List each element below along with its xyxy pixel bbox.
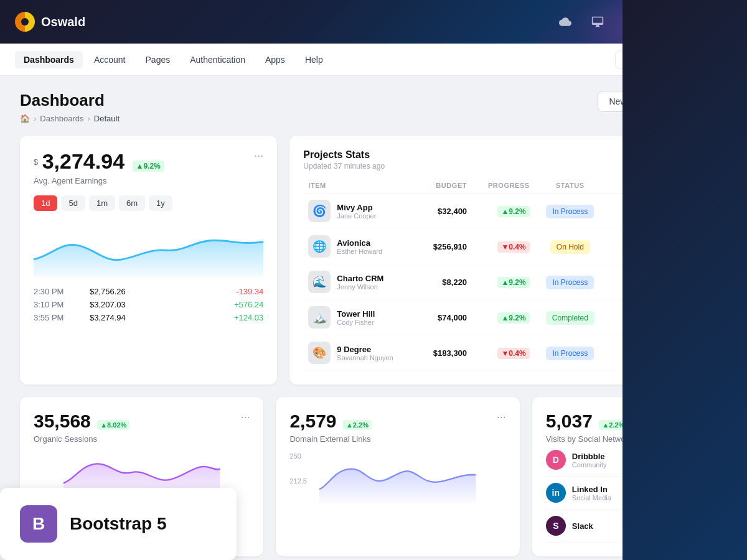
filter-1y[interactable]: 1y xyxy=(149,195,172,211)
nav-help[interactable]: Help xyxy=(296,51,332,68)
view-arrow-button[interactable]: → xyxy=(684,239,698,254)
time-1: 2:30 PM xyxy=(34,287,77,296)
domain-chart xyxy=(289,454,505,503)
nav-apps[interactable]: Apps xyxy=(256,51,294,68)
earnings-row-2: 3:10 PM $3,207.03 +576.24 xyxy=(34,300,263,309)
social-icon-2: S xyxy=(546,516,566,536)
organic-badge: ▲8.02% xyxy=(97,420,129,430)
social-icon-1: in xyxy=(546,483,566,503)
social-name-2: Slack xyxy=(572,521,593,531)
projects-card: Projects Stats Updated 37 minutes ago Hi… xyxy=(289,136,727,385)
nav-authentication[interactable]: Authentication xyxy=(181,51,254,68)
social-amount: 5,037 xyxy=(546,411,593,431)
topbar-right: + Invite xyxy=(554,11,732,33)
app-title: Oswald xyxy=(41,15,85,29)
social-name-0: Dribbble xyxy=(572,452,607,461)
social-label: Visits by Social Networks xyxy=(546,434,636,444)
projects-title: Projects Stats xyxy=(303,149,385,161)
breadcrumb-default: Default xyxy=(94,114,120,123)
social-change-2: ▲0.2% xyxy=(685,521,713,531)
monitor-icon[interactable] xyxy=(586,11,609,33)
change-1: -139.34 xyxy=(236,287,263,296)
page-actions: New Project Reports xyxy=(598,91,728,112)
filter-1d[interactable]: 1d xyxy=(34,195,57,211)
table-row: 🌊 Charto CRM Jenny Wilson $8,220 ▲9.2% I… xyxy=(303,264,713,300)
earnings-chart xyxy=(34,221,263,277)
projects-updated: Updated 37 minutes ago xyxy=(303,162,385,170)
breadcrumb-dashboards[interactable]: Dashboards xyxy=(40,114,83,123)
social-icon-0: D xyxy=(546,450,566,470)
social-count-0: 579 xyxy=(665,455,680,465)
col-chart: CHART xyxy=(606,178,679,194)
val-3: $3,274.94 xyxy=(90,313,126,322)
social-type-0: Community xyxy=(572,461,607,469)
new-project-button[interactable]: New Project xyxy=(598,91,668,112)
cloud-icon[interactable] xyxy=(554,11,576,33)
social-menu[interactable]: ··· xyxy=(704,411,713,424)
search-input[interactable] xyxy=(637,55,724,65)
search-icon xyxy=(623,55,632,64)
domain-label: Domain External Links xyxy=(289,434,372,444)
social-type-1: Social Media xyxy=(572,494,611,502)
page-header: Dashboard 🏠 › Dashboards › Default New P… xyxy=(20,91,727,123)
time-filters: 1d 5d 1m 6m 1y xyxy=(34,195,263,211)
view-arrow-button[interactable]: → xyxy=(684,310,698,325)
domain-amount: 2,579 xyxy=(289,411,336,431)
earnings-row-1: 2:30 PM $2,756.26 -139.34 xyxy=(34,287,263,296)
domain-badge: ▲2.2% xyxy=(343,420,372,430)
organic-amount: 35,568 xyxy=(34,411,91,431)
nav-pages[interactable]: Pages xyxy=(137,51,179,68)
social-card: 5,037 ▲2.2% Visits by Social Networks ··… xyxy=(532,397,727,556)
logo-icon xyxy=(15,12,35,32)
time-3: 3:55 PM xyxy=(34,313,77,322)
social-row: D Dribbble Community 579 ▲2.6% xyxy=(546,444,713,477)
col-progress: PROGRESS xyxy=(472,178,535,194)
earnings-row-3: 3:55 PM $3,274.94 +124.03 xyxy=(34,313,263,322)
earnings-badge: ▲9.2% xyxy=(133,161,164,172)
domain-card: 2,579 ▲2.2% Domain External Links ··· 25… xyxy=(276,397,519,556)
social-name-1: Linked In xyxy=(572,485,611,494)
view-arrow-button[interactable]: → xyxy=(684,274,698,289)
page-title: Dashboard xyxy=(20,91,120,110)
reports-button[interactable]: Reports xyxy=(674,91,727,112)
share-icon[interactable] xyxy=(619,11,641,33)
time-2: 3:10 PM xyxy=(34,300,77,309)
view-arrow-button[interactable]: → xyxy=(684,203,698,218)
filter-1m[interactable]: 1m xyxy=(89,195,115,211)
social-count-1: 1,088 xyxy=(658,488,680,498)
social-networks-list: D Dribbble Community 579 ▲2.6% in Linked… xyxy=(546,444,713,543)
organic-label: Organic Sessions xyxy=(34,434,129,444)
val-2: $3,207.03 xyxy=(90,300,126,309)
table-row: 🏔️ Tower Hill Cody Fisher $74,000 ▲9.2% … xyxy=(303,300,713,335)
change-3: +124.03 xyxy=(234,313,263,322)
col-item: ITEM xyxy=(303,178,418,194)
bootstrap-icon: B xyxy=(20,505,57,543)
topbar: Oswald + Invite xyxy=(0,0,747,44)
organic-menu[interactable]: ··· xyxy=(240,411,250,424)
home-icon: 🏠 xyxy=(20,114,30,123)
projects-table: ITEM BUDGET PROGRESS STATUS CHART VIEW 🌀… xyxy=(303,178,713,371)
view-arrow-button[interactable]: → xyxy=(684,345,698,360)
domain-menu[interactable]: ··· xyxy=(497,411,506,424)
change-2: +576.24 xyxy=(234,300,263,309)
nav-dashboards[interactable]: Dashboards xyxy=(15,51,83,68)
table-row: 🌐 Avionica Esther Howard $256,910 ▼0.4% … xyxy=(303,229,713,264)
user-avatar[interactable] xyxy=(651,11,674,33)
social-count-2: 794 xyxy=(665,521,680,531)
earnings-menu[interactable]: ··· xyxy=(254,149,263,162)
invite-button[interactable]: + Invite xyxy=(684,12,732,32)
col-view: VIEW xyxy=(679,178,713,194)
earnings-currency: $ xyxy=(34,157,38,167)
filter-5d[interactable]: 5d xyxy=(61,195,85,211)
social-change-1: ▼0.4% xyxy=(685,488,713,498)
filter-6m[interactable]: 6m xyxy=(119,195,145,211)
nav-account[interactable]: Account xyxy=(85,51,134,68)
logo: Oswald xyxy=(15,12,85,32)
page-content: Dashboard 🏠 › Dashboards › Default New P… xyxy=(0,76,747,560)
page-title-section: Dashboard 🏠 › Dashboards › Default xyxy=(20,91,120,123)
earnings-card: $ 3,274.94 ▲9.2% Avg. Agent Earnings ···… xyxy=(20,136,277,385)
table-row: 🎨 9 Degree Savannah Nguyen $183,300 ▼0.4… xyxy=(303,335,713,371)
col-budget: BUDGET xyxy=(419,178,472,194)
earnings-rows: 2:30 PM $2,756.26 -139.34 3:10 PM $3,207… xyxy=(34,287,263,322)
history-button[interactable]: History xyxy=(672,149,713,165)
